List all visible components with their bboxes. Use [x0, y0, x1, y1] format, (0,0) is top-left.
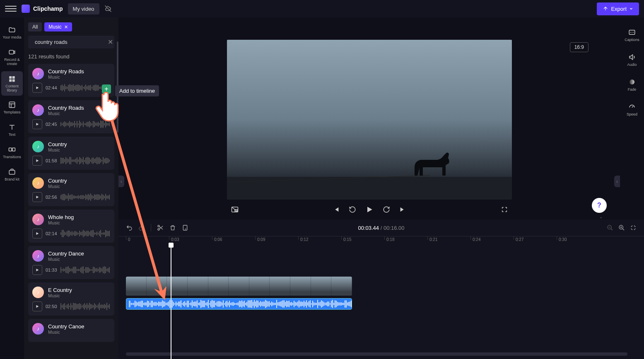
- ruler-tick: 0:09: [255, 236, 265, 240]
- nav-label: Templates: [3, 111, 20, 115]
- nav-brand-kit[interactable]: Brand kit: [1, 164, 23, 185]
- brandkit-icon: [8, 168, 16, 176]
- video-clip[interactable]: [126, 277, 352, 296]
- track-title: Country: [48, 178, 67, 184]
- track-category: Music: [48, 75, 84, 80]
- track-title: Country: [48, 141, 67, 147]
- track-title: Country Canoe: [48, 323, 84, 330]
- track-waveform: [60, 157, 110, 164]
- collapse-panel-right[interactable]: ›: [614, 176, 620, 187]
- track-card[interactable]: ♪Country CanoeMusic: [28, 319, 114, 342]
- captions-icon: [628, 28, 636, 36]
- nav-templates[interactable]: Templates: [1, 97, 23, 118]
- music-note-icon: ♪: [32, 104, 44, 116]
- ruler-tick: 0:03: [169, 236, 179, 240]
- play-preview-button[interactable]: [32, 119, 42, 129]
- nav-label: Speed: [627, 113, 637, 117]
- filter-all[interactable]: All: [28, 22, 42, 31]
- ruler-tick: 0:27: [514, 236, 523, 240]
- play-preview-button[interactable]: [32, 229, 42, 239]
- track-card[interactable]: ♪E CountryMusic02:50: [28, 282, 114, 316]
- fullscreen-button[interactable]: [501, 206, 508, 213]
- playhead[interactable]: [171, 246, 171, 359]
- redo-button[interactable]: [138, 224, 145, 231]
- nav-text[interactable]: Text: [1, 120, 23, 140]
- chevron-down-icon[interactable]: ⌄: [599, 214, 603, 219]
- track-card[interactable]: ♪Whole hogMusic02:14: [28, 210, 114, 243]
- skip-forward-button[interactable]: [399, 206, 406, 213]
- track-card[interactable]: ♪CountryMusic01:58: [28, 137, 114, 170]
- track-category: Music: [48, 257, 84, 262]
- menu-button[interactable]: [5, 3, 17, 14]
- nav-label: Fade: [628, 88, 637, 92]
- play-preview-button[interactable]: [32, 156, 42, 166]
- skip-back-button[interactable]: [333, 206, 340, 213]
- content-library-panel: All Music ✕ ✕ 121 results found ♪Country…: [24, 17, 118, 359]
- search-box[interactable]: ✕: [28, 36, 114, 48]
- svg-rect-4: [12, 79, 15, 82]
- nav-captions[interactable]: Captions: [621, 25, 643, 46]
- timeline-tracks[interactable]: [118, 246, 644, 310]
- export-button[interactable]: Export: [597, 2, 639, 15]
- timeline-ruler[interactable]: 00:030:060:090:120:150:180:210:240:270:3…: [118, 236, 644, 246]
- search-input[interactable]: [35, 39, 104, 45]
- rewind-button[interactable]: [349, 206, 356, 213]
- play-button[interactable]: [365, 205, 374, 214]
- folder-icon: [8, 26, 16, 34]
- speed-icon: [628, 103, 636, 111]
- music-note-icon: ♪: [32, 323, 44, 335]
- track-waveform: [60, 266, 110, 274]
- audio-clip[interactable]: [126, 298, 352, 310]
- app-logo[interactable]: Clipchamp: [22, 5, 63, 13]
- zoom-fit-button[interactable]: [630, 224, 637, 231]
- help-button[interactable]: ?: [592, 198, 607, 213]
- nav-transitions[interactable]: Transitions: [1, 142, 23, 163]
- split-button[interactable]: [157, 224, 164, 231]
- nav-audio[interactable]: Audio: [621, 50, 643, 70]
- nav-label: Content library: [2, 84, 22, 93]
- play-preview-button[interactable]: [32, 301, 42, 311]
- nav-speed[interactable]: Speed: [621, 99, 643, 120]
- nav-content-library[interactable]: Content library: [1, 71, 23, 96]
- crop-button[interactable]: [182, 224, 188, 231]
- svg-rect-1: [9, 76, 12, 79]
- library-icon: [8, 75, 16, 83]
- clear-icon[interactable]: ✕: [108, 38, 113, 46]
- zoom-in-button[interactable]: [618, 224, 625, 231]
- play-preview-button[interactable]: [32, 83, 42, 93]
- close-icon[interactable]: ✕: [64, 24, 68, 30]
- track-title: Country Dance: [48, 251, 84, 257]
- play-preview-button[interactable]: [32, 265, 42, 275]
- forward-button[interactable]: [383, 206, 390, 213]
- audio-waveform: [131, 300, 352, 308]
- cloud-off-icon[interactable]: [104, 5, 112, 12]
- delete-button[interactable]: [169, 224, 176, 231]
- track-card[interactable]: ♪CountryMusic02:56: [28, 173, 114, 206]
- track-waveform: [60, 193, 110, 201]
- track-category: Music: [48, 293, 72, 298]
- timeline-scrollbar[interactable]: [126, 352, 627, 356]
- filter-music[interactable]: Music ✕: [44, 22, 72, 31]
- track-card[interactable]: ♪Country DanceMusic01:33: [28, 246, 114, 279]
- music-note-icon: ♪: [32, 214, 44, 225]
- results-count: 121 results found: [28, 53, 114, 60]
- timeline-area: 00:03.44 / 00:16.00 00:030:060:090:120:1…: [118, 219, 644, 359]
- preview-controls: [227, 200, 512, 219]
- nav-label: Text: [9, 133, 16, 137]
- nav-fade[interactable]: Fade: [621, 75, 643, 95]
- aspect-ratio-button[interactable]: 16:9: [570, 42, 589, 52]
- play-preview-button[interactable]: [32, 192, 42, 202]
- svg-point-17: [158, 229, 159, 230]
- track-category: Music: [48, 184, 67, 189]
- collapse-panel-left[interactable]: ‹: [118, 176, 124, 187]
- preview-canvas[interactable]: [227, 40, 512, 200]
- nav-your-media[interactable]: Your media: [1, 22, 23, 43]
- svg-rect-5: [9, 102, 15, 108]
- undo-button[interactable]: [126, 224, 133, 231]
- nav-record-create[interactable]: Record & create: [1, 45, 23, 70]
- clip-handle-left[interactable]: [129, 301, 130, 307]
- zoom-out-button[interactable]: [607, 224, 613, 231]
- topbar: Clipchamp My video Export: [0, 0, 644, 17]
- project-name[interactable]: My video: [68, 3, 99, 14]
- picture-in-picture-button[interactable]: [231, 206, 239, 213]
